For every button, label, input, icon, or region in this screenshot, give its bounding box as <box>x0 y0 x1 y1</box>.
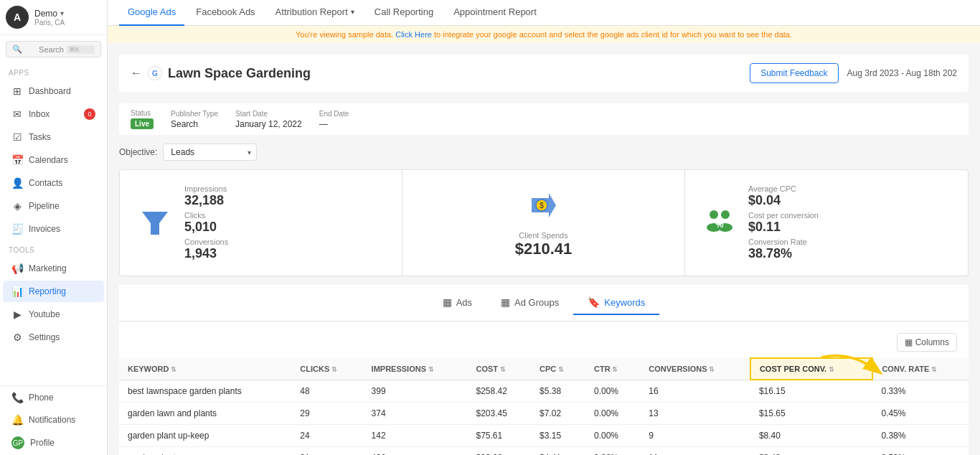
status-label: Status <box>131 109 154 117</box>
top-navigation: Google Ads Facebook Ads Attribution Repo… <box>108 0 980 26</box>
sidebar-item-label: Inbox <box>29 109 50 119</box>
tab-attribution-report[interactable]: Attribution Report ▾ <box>267 0 363 26</box>
avatar: A <box>6 6 29 29</box>
svg-marker-0 <box>142 212 168 235</box>
keywords-tab-icon: 🔖 <box>588 296 600 308</box>
sidebar-item-pipeline[interactable]: ◈ Pipeline <box>3 195 104 217</box>
dashboard-icon: ⊞ <box>11 85 23 97</box>
sidebar-bottom: 📞 Phone 🔔 Notifications GP Profile <box>0 385 107 455</box>
sidebar: A Demo ▾ Paris, CA 🔍 Search ⌘K Apps ⊞ Da… <box>0 0 108 455</box>
objective-row: Objective: Leads Sales Traffic Brand Awa… <box>119 144 969 161</box>
col-impressions[interactable]: IMPRESSIONS <box>363 358 468 380</box>
clicks-stat: Clicks 5,010 <box>184 211 228 235</box>
tab-appointment-report[interactable]: Appointment Report <box>445 0 545 26</box>
status-meta: Status Live <box>131 109 154 129</box>
status-badge: Live <box>131 118 154 129</box>
col-conversions[interactable]: CONVERSIONS <box>640 358 750 380</box>
sidebar-item-label: Dashboard <box>29 86 71 96</box>
objective-label: Objective: <box>119 147 157 157</box>
sidebar-item-contacts[interactable]: 👤 Contacts <box>3 172 104 194</box>
start-date-label: Start Date <box>235 110 302 118</box>
submit-feedback-button[interactable]: Submit Feedback <box>750 63 838 83</box>
tab-call-reporting[interactable]: Call Reporting <box>366 0 442 26</box>
sidebar-item-label: Invoices <box>29 224 60 234</box>
table-wrapper: KEYWORD CLICKS IMPRESSIONS COST CPC CTR … <box>119 357 969 455</box>
svg-point-5 <box>721 210 730 219</box>
publisher-type-meta: Publisher Type Search <box>171 110 218 129</box>
objective-select[interactable]: Leads Sales Traffic Brand Awareness <box>163 144 257 161</box>
table-row: garden plant up-keep24142$75.61$3.150.00… <box>119 425 969 447</box>
sample-data-banner: You're viewing sample data. Click Here t… <box>108 26 980 43</box>
svg-text:%: % <box>716 220 724 230</box>
notifications-icon: 🔔 <box>11 414 23 426</box>
sidebar-item-notifications[interactable]: 🔔 Notifications <box>3 409 104 431</box>
funnel-stats: Impressions 32,188 Clicks 5,010 Conversi… <box>184 184 228 261</box>
col-cpc[interactable]: CPC <box>531 358 585 380</box>
sidebar-item-marketing[interactable]: 📢 Marketing <box>3 258 104 279</box>
page-content: ← G Lawn Space Gardening Submit Feedback… <box>108 43 980 455</box>
sidebar-item-invoices[interactable]: 🧾 Invoices <box>3 218 104 240</box>
tab-keywords[interactable]: 🔖 Keywords <box>573 291 659 315</box>
campaign-title-row: ← G Lawn Space Gardening <box>131 66 311 81</box>
col-cost[interactable]: COST <box>467 358 531 380</box>
client-spends-data: Client Spends $210.41 <box>515 231 573 258</box>
demo-account[interactable]: Demo ▾ <box>34 9 65 19</box>
sidebar-item-profile[interactable]: GP Profile <box>3 431 104 454</box>
end-date-value: — <box>319 119 349 129</box>
sidebar-item-youtube[interactable]: ▶ Youtube <box>3 304 104 325</box>
col-clicks[interactable]: CLICKS <box>291 358 362 380</box>
sidebar-item-reporting[interactable]: 📊 Reporting <box>3 281 104 302</box>
tab-ad-groups[interactable]: ▦ Ad Groups <box>486 291 573 315</box>
cpc-icon: % <box>702 205 737 241</box>
google-icon: G <box>148 66 162 80</box>
sidebar-item-dashboard[interactable]: ⊞ Dashboard <box>3 80 104 102</box>
sidebar-item-label: Phone <box>29 393 54 403</box>
publisher-type-value: Search <box>171 119 218 129</box>
col-conv-rate[interactable]: CONV. RATE <box>872 358 969 380</box>
tasks-icon: ☑ <box>11 131 23 143</box>
avg-cpc-stat: Average CPC $0.04 <box>748 184 819 208</box>
tab-facebook-ads[interactable]: Facebook Ads <box>187 0 263 26</box>
sidebar-item-tasks[interactable]: ☑ Tasks <box>3 126 104 148</box>
apps-section-label: Apps <box>0 63 107 80</box>
svg-text:$: $ <box>540 202 544 210</box>
tab-google-ads[interactable]: Google Ads <box>119 0 184 26</box>
table-toolbar: ▦ Columns <box>119 327 969 357</box>
tab-ads[interactable]: ▦ Ads <box>428 291 486 315</box>
ad-groups-tab-icon: ▦ <box>501 296 510 308</box>
stat-card-cpc: % Average CPC $0.04 Cost per conversion … <box>685 170 968 276</box>
sidebar-item-settings[interactable]: ⚙ Settings <box>3 327 104 348</box>
inbox-badge: 0 <box>84 108 95 120</box>
objective-select-wrapper: Leads Sales Traffic Brand Awareness <box>163 144 257 161</box>
sidebar-item-inbox[interactable]: ✉ Inbox 0 <box>3 103 104 125</box>
ads-tab-icon: ▦ <box>443 296 452 308</box>
col-keyword[interactable]: KEYWORD <box>119 358 291 380</box>
table-row: garden lawn and plants29374$203.45$7.020… <box>119 403 969 425</box>
pipeline-icon: ◈ <box>11 200 23 212</box>
svg-point-4 <box>710 210 718 219</box>
columns-button[interactable]: ▦ Columns <box>897 333 957 352</box>
keywords-section: ▦ Ads ▦ Ad Groups 🔖 Keywords ▦ Columns <box>119 285 969 455</box>
search-input[interactable]: 🔍 Search ⌘K <box>6 41 101 57</box>
reporting-icon: 📊 <box>11 286 23 297</box>
col-ctr[interactable]: CTR <box>585 358 640 380</box>
marketing-icon: 📢 <box>11 263 23 274</box>
integrate-link[interactable]: Click Here <box>395 30 432 39</box>
sidebar-item-calendars[interactable]: 📅 Calendars <box>3 149 104 171</box>
back-button[interactable]: ← <box>131 67 142 80</box>
inbox-icon: ✉ <box>11 108 23 120</box>
stats-cards: Impressions 32,188 Clicks 5,010 Conversi… <box>119 169 969 276</box>
campaign-title: Lawn Space Gardening <box>168 66 311 81</box>
conversions-stat: Conversions 1,943 <box>184 238 228 261</box>
youtube-icon: ▶ <box>11 309 23 320</box>
cpc-stats: Average CPC $0.04 Cost per conversion $0… <box>748 184 819 261</box>
end-date-meta: End Date — <box>319 110 349 129</box>
sidebar-item-phone[interactable]: 📞 Phone <box>3 387 104 408</box>
funnel-icon <box>137 205 173 241</box>
sidebar-item-label: Contacts <box>29 178 62 188</box>
stat-card-funnel: Impressions 32,188 Clicks 5,010 Conversi… <box>120 170 402 276</box>
sidebar-item-label: Tasks <box>29 132 51 142</box>
col-cost-per-conv[interactable]: COST PER CONV. <box>750 358 872 380</box>
start-date-meta: Start Date January 12, 2022 <box>235 110 302 129</box>
columns-icon: ▦ <box>905 337 913 347</box>
